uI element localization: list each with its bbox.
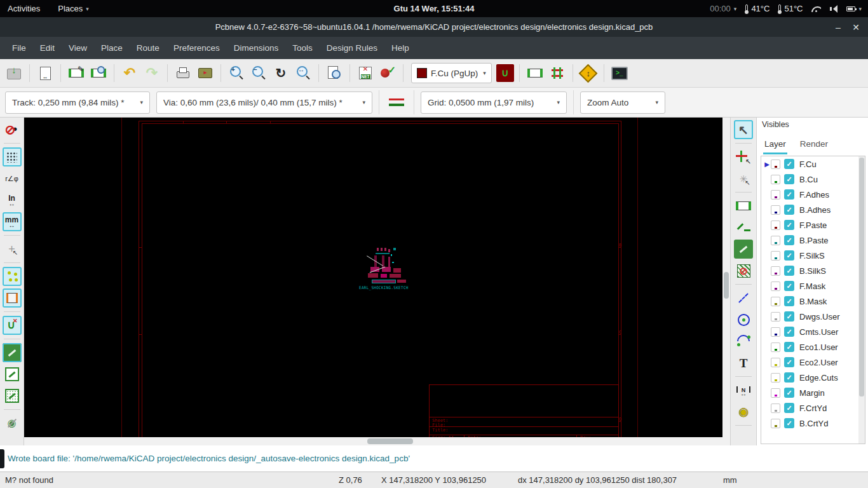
menu-help[interactable]: Help bbox=[384, 39, 416, 57]
via-size-dropdown[interactable]: Via: 0,60 mm (23,6 mils)/ 0,40 mm (15,7 … bbox=[156, 92, 372, 114]
local-ratsnest-icon[interactable]: ✳ bbox=[734, 169, 753, 188]
layer-color-swatch[interactable] bbox=[771, 220, 780, 230]
scrollbar-thumb[interactable] bbox=[367, 438, 413, 444]
layer-color-swatch[interactable] bbox=[771, 236, 780, 245]
polar-coordinates-icon[interactable]: r∠φ bbox=[3, 169, 22, 188]
tab-render[interactable]: Render bbox=[799, 137, 829, 154]
layer-row-eco1-user[interactable]: ✓Eco1.User bbox=[761, 339, 865, 355]
layer-row-b-silks[interactable]: ✓B.SilkS bbox=[761, 263, 865, 278]
drill-origin-icon[interactable]: ◉ bbox=[734, 402, 753, 421]
zoom-in-icon[interactable]: + bbox=[226, 63, 247, 83]
panel-grip[interactable] bbox=[0, 449, 4, 468]
module-browser-icon[interactable] bbox=[88, 63, 109, 83]
layer-visibility-checkbox[interactable]: ✓ bbox=[784, 311, 794, 322]
volume-icon[interactable] bbox=[830, 5, 837, 13]
places-menu[interactable]: Places ▾ bbox=[58, 4, 89, 13]
menu-file[interactable]: File bbox=[5, 39, 33, 57]
battery-indicator[interactable]: ▾ bbox=[846, 6, 862, 12]
microwave-tools-icon[interactable]: ∪ bbox=[496, 64, 514, 82]
layer-color-swatch[interactable] bbox=[771, 190, 780, 200]
layer-visibility-checkbox[interactable]: ✓ bbox=[784, 281, 794, 291]
layer-visibility-checkbox[interactable]: ✓ bbox=[784, 189, 794, 200]
layer-color-swatch[interactable] bbox=[771, 403, 780, 413]
layer-row-b-crtyd[interactable]: ✓B.CrtYd bbox=[761, 416, 865, 431]
layer-row-edge-cuts[interactable]: ✓Edge.Cuts bbox=[761, 370, 865, 385]
menu-dimensions[interactable]: Dimensions bbox=[227, 39, 286, 57]
layer-visibility-checkbox[interactable]: ✓ bbox=[784, 418, 794, 428]
layer-color-swatch[interactable] bbox=[771, 419, 780, 428]
layer-row-f-silks[interactable]: ✓F.SilkS bbox=[761, 248, 865, 263]
highlight-net-icon[interactable]: ↖ bbox=[734, 147, 753, 166]
canvas-horizontal-scrollbar[interactable] bbox=[24, 437, 722, 445]
minimize-button[interactable]: – bbox=[830, 17, 846, 37]
scrollbar-thumb[interactable] bbox=[724, 272, 729, 299]
layer-row-f-mask[interactable]: ✓F.Mask bbox=[761, 278, 865, 294]
page-settings-icon[interactable] bbox=[35, 63, 55, 83]
zoom-out-icon[interactable]: − bbox=[248, 63, 269, 83]
save-board-icon[interactable] bbox=[4, 63, 24, 83]
menu-place[interactable]: Place bbox=[94, 39, 130, 57]
add-footprint-icon[interactable] bbox=[734, 196, 753, 215]
layer-visibility-checkbox[interactable]: ✓ bbox=[784, 327, 794, 337]
layer-row-b-paste[interactable]: ✓B.Paste bbox=[761, 233, 865, 248]
layer-color-swatch[interactable] bbox=[771, 373, 780, 383]
undo-icon[interactable]: ↶ bbox=[119, 63, 140, 83]
find-icon[interactable] bbox=[324, 63, 344, 83]
auto-track-width-icon[interactable] bbox=[386, 92, 407, 113]
layer-row-b-adhes[interactable]: ✓B.Adhes bbox=[761, 202, 865, 217]
footprint-mode-icon[interactable] bbox=[525, 63, 545, 83]
netlist-icon[interactable]: NET bbox=[355, 63, 376, 83]
layer-visibility-checkbox[interactable]: ✓ bbox=[784, 159, 794, 169]
layer-color-swatch[interactable] bbox=[771, 312, 780, 322]
units-inches-icon[interactable]: In bbox=[3, 191, 22, 210]
layer-visibility-checkbox[interactable]: ✓ bbox=[784, 250, 794, 261]
zones-no-fill-icon[interactable] bbox=[3, 365, 22, 384]
layer-color-swatch[interactable] bbox=[771, 205, 780, 215]
layer-row-b-mask[interactable]: ✓B.Mask bbox=[761, 294, 865, 309]
layer-row-b-cu[interactable]: ✓B.Cu bbox=[761, 172, 865, 187]
close-button[interactable]: ✕ bbox=[848, 17, 864, 37]
layer-visibility-checkbox[interactable]: ✓ bbox=[784, 388, 794, 398]
units-mm-icon[interactable]: mm bbox=[3, 212, 22, 231]
menu-preferences[interactable]: Preferences bbox=[166, 39, 227, 57]
layer-visibility-checkbox[interactable]: ✓ bbox=[784, 174, 794, 184]
layer-color-swatch[interactable] bbox=[771, 297, 780, 306]
ratsnest-mode-icon[interactable] bbox=[547, 63, 567, 83]
add-dimension-icon[interactable]: N bbox=[734, 381, 753, 400]
layer-row-eco2-user[interactable]: ✓Eco2.User bbox=[761, 355, 865, 370]
layer-visibility-checkbox[interactable]: ✓ bbox=[784, 205, 794, 215]
pcb-footprint[interactable] bbox=[365, 248, 413, 289]
sketch-vias-icon[interactable]: ◉ bbox=[3, 414, 22, 433]
layer-color-swatch[interactable] bbox=[771, 175, 780, 184]
add-text-icon[interactable]: T bbox=[734, 353, 753, 372]
timer-indicator[interactable]: 00:00 ▾ bbox=[710, 4, 736, 13]
pcb-canvas[interactable]: B C D bbox=[24, 118, 722, 437]
layer-color-swatch[interactable] bbox=[771, 281, 780, 291]
layer-color-swatch[interactable] bbox=[771, 251, 780, 261]
grid-visibility-icon[interactable] bbox=[3, 147, 22, 166]
route-track-icon[interactable] bbox=[734, 218, 753, 237]
layer-color-swatch[interactable] bbox=[771, 159, 780, 169]
layer-visibility-checkbox[interactable]: ✓ bbox=[784, 296, 794, 306]
cursor-shape-icon[interactable] bbox=[3, 240, 22, 259]
freeroute-icon[interactable]: ↕ bbox=[578, 63, 599, 83]
auto-delete-track-icon[interactable] bbox=[3, 316, 22, 335]
ratsnest-visibility-icon[interactable] bbox=[3, 267, 22, 286]
layer-color-swatch[interactable] bbox=[771, 358, 780, 367]
layer-row-f-cu[interactable]: ▶✓F.Cu bbox=[761, 156, 865, 172]
zoom-level-dropdown[interactable]: Zoom Auto ▾ bbox=[580, 92, 665, 114]
layer-row-dwgs-user[interactable]: ✓Dwgs.User bbox=[761, 309, 865, 324]
clock[interactable]: Gtu 14 Wer, 15:51:44 bbox=[394, 4, 475, 13]
layer-selector-dropdown[interactable]: F.Cu (PgUp) ▾ bbox=[411, 63, 492, 83]
layer-color-swatch[interactable] bbox=[771, 266, 780, 276]
drc-off-icon[interactable] bbox=[3, 120, 22, 139]
canvas-vertical-scrollbar[interactable] bbox=[722, 118, 730, 445]
add-zone-icon[interactable] bbox=[734, 240, 753, 259]
layer-visibility-checkbox[interactable]: ✓ bbox=[784, 403, 794, 413]
scrollbar-thumb[interactable] bbox=[859, 158, 864, 396]
grid-size-dropdown[interactable]: Grid: 0,0500 mm (1,97 mils) ▾ bbox=[421, 92, 567, 114]
layer-visibility-checkbox[interactable]: ✓ bbox=[784, 235, 794, 245]
python-console-icon[interactable]: >_ bbox=[609, 63, 630, 83]
module-editor-icon[interactable] bbox=[66, 63, 86, 83]
track-width-dropdown[interactable]: Track: 0,250 mm (9,84 mils) * ▾ bbox=[5, 92, 150, 114]
